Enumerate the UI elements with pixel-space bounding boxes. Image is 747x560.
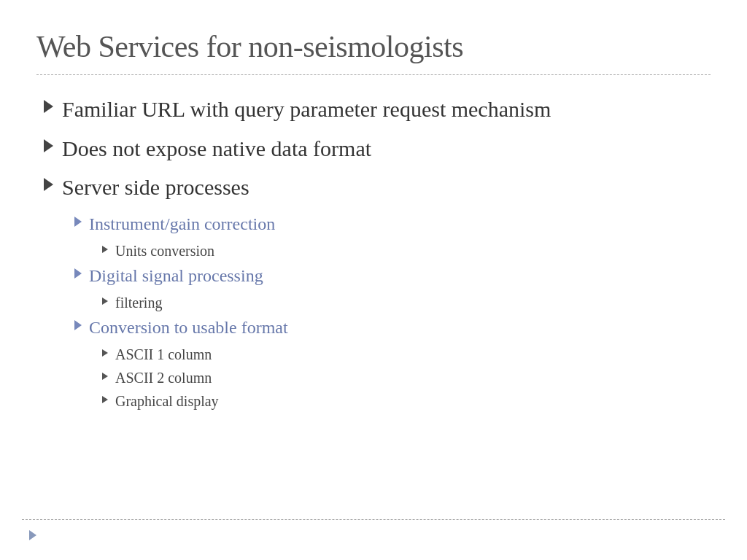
sub-sub-bullet-arrow-icon [102, 396, 108, 403]
list-item: Familiar URL with query parameter reques… [44, 96, 711, 123]
slide-title: Web Services for non-seismologists [36, 29, 711, 64]
bullet-arrow-icon [44, 139, 53, 152]
list-item: filtering [102, 293, 711, 312]
content: Familiar URL with query parameter reques… [36, 96, 711, 411]
bullet-arrow-icon [44, 100, 53, 113]
sub-bullet-list: Instrument/gain correction Units convers… [74, 213, 711, 411]
sub-sub-bullet-list: Units conversion [102, 241, 711, 260]
slide: Web Services for non-seismologists Famil… [0, 0, 747, 560]
bullet-text: Does not expose native data format [62, 135, 371, 163]
sub-bullet-arrow-icon [74, 217, 82, 227]
sub-sub-bullet-text: filtering [115, 293, 162, 312]
bullet-text: Familiar URL with query parameter reques… [62, 96, 551, 123]
sub-bullet-text: Conversion to usable format [89, 316, 288, 339]
sub-bullet-arrow-icon [74, 268, 82, 279]
sub-sub-bullet-arrow-icon [102, 373, 108, 380]
sub-sub-bullet-arrow-icon [102, 246, 108, 253]
list-item: Server side processes [44, 174, 711, 201]
sub-sub-bullet-list: ASCII 1 column ASCII 2 column Graphical … [102, 345, 711, 411]
sub-sub-bullet-text: ASCII 1 column [115, 345, 212, 364]
sub-bullet-arrow-icon [74, 320, 82, 330]
list-item: Instrument/gain correction [74, 213, 711, 236]
list-item: ASCII 1 column [102, 345, 711, 364]
sub-sub-bullet-arrow-icon [102, 349, 108, 357]
bottom-divider [22, 519, 725, 520]
bullet-arrow-icon [44, 178, 53, 191]
nav-arrow-icon [29, 530, 36, 540]
sub-bullet-text: Digital signal processing [89, 265, 263, 287]
sub-sub-bullet-text: Units conversion [115, 241, 214, 260]
list-item: Digital signal processing [74, 265, 711, 287]
title-divider [36, 74, 711, 75]
sub-sub-bullet-text: Graphical display [115, 392, 219, 411]
sub-sub-bullet-list: filtering [102, 293, 711, 312]
sub-sub-bullet-text: ASCII 2 column [115, 368, 212, 387]
sub-bullet-text: Instrument/gain correction [89, 213, 275, 236]
sub-sub-bullet-arrow-icon [102, 298, 108, 305]
bottom-nav-arrow[interactable] [29, 529, 36, 544]
bullet-text: Server side processes [62, 174, 249, 201]
list-item: Units conversion [102, 241, 711, 260]
list-item: Does not expose native data format [44, 135, 711, 163]
list-item: ASCII 2 column [102, 368, 711, 387]
list-item: Conversion to usable format [74, 316, 711, 339]
list-item: Graphical display [102, 392, 711, 411]
